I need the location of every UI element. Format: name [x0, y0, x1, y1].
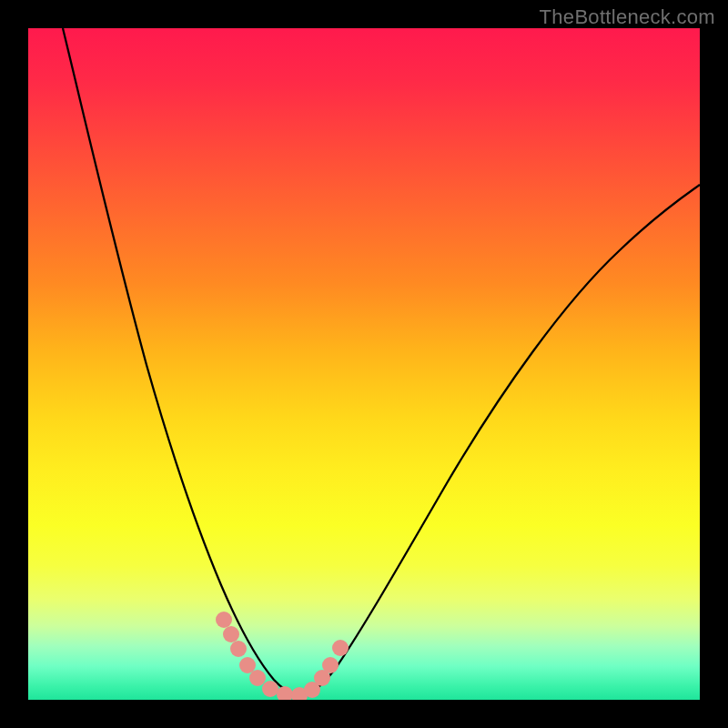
curve-left	[63, 28, 298, 695]
data-marker	[322, 657, 339, 673]
watermark-text: TheBottleneck.com	[540, 5, 715, 29]
curve-right	[298, 185, 700, 695]
chart-frame: TheBottleneck.com	[0, 0, 728, 728]
data-marker	[239, 657, 256, 673]
data-marker	[262, 681, 278, 697]
data-marker	[277, 686, 293, 700]
data-marker	[216, 612, 232, 628]
data-marker	[249, 670, 266, 686]
data-marker	[332, 640, 349, 656]
data-marker	[230, 641, 247, 657]
data-marker	[223, 626, 239, 642]
chart-overlay	[28, 28, 700, 700]
